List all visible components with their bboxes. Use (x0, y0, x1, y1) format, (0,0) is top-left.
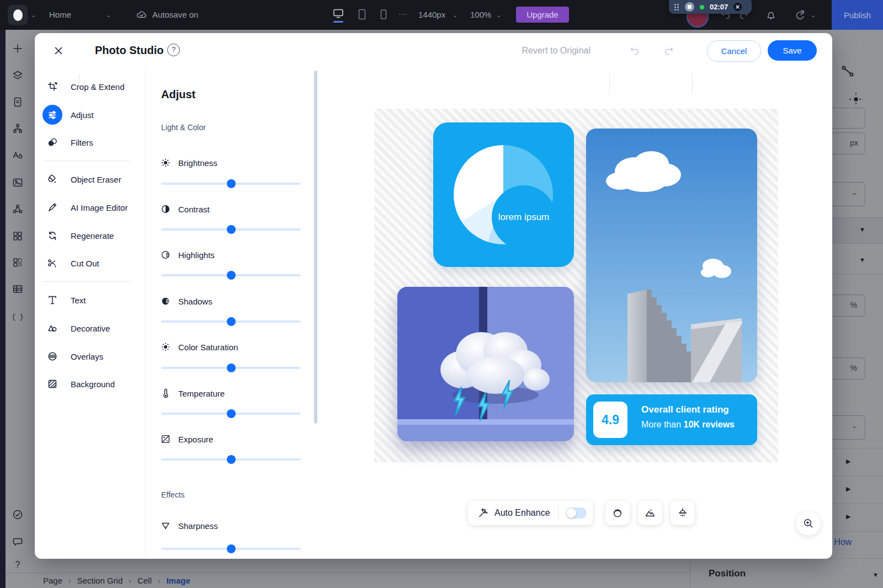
contrast-slider-knob[interactable] (227, 225, 236, 234)
rating-title: Overall client rating (641, 404, 729, 415)
scenery-button[interactable] (638, 501, 662, 525)
close-modal-icon[interactable] (53, 45, 64, 56)
divider (43, 161, 130, 161)
more-options-icon[interactable]: ··· (398, 0, 408, 28)
page-selector-chevron-icon: ⌄ (106, 0, 111, 30)
tablet-view-icon[interactable] (358, 8, 366, 20)
collage-donut-card: lorem ipsum (433, 122, 574, 267)
publish-button[interactable]: Publish (832, 0, 883, 30)
exposure-slider-knob[interactable] (227, 455, 236, 464)
menu-item-background[interactable]: Background (42, 373, 145, 394)
color-saturation-slider[interactable] (161, 367, 301, 369)
donut-center-label: lorem ipsum (492, 185, 556, 249)
panel-scrollbar[interactable] (314, 71, 317, 424)
revert-to-original-button[interactable]: Revert to Original (510, 46, 591, 56)
temperature-slider-knob[interactable] (227, 409, 236, 418)
menu-item-filters[interactable]: Filters (42, 132, 145, 153)
panel-heading: Adjust (161, 88, 195, 101)
undo-icon[interactable] (629, 45, 641, 57)
desktop-view-icon[interactable] (332, 8, 344, 23)
slider-head-temperature: Temperature (160, 388, 225, 399)
auto-enhance-control[interactable]: Auto Enhance (468, 501, 593, 525)
lighting-button[interactable] (671, 501, 695, 525)
menu-item-text[interactable]: Text (42, 290, 145, 311)
app-logo[interactable] (8, 5, 28, 25)
menu-item-regenerate[interactable]: Regenerate (42, 225, 145, 246)
rating-subtitle: More than 10K reviews (641, 420, 735, 430)
menu-item-label: AI Image Editor (71, 203, 127, 212)
lamp-icon (677, 507, 689, 519)
slider-label: Shadows (178, 297, 212, 306)
menu-item-object-eraser[interactable]: Object Eraser (42, 169, 145, 190)
adjust-icon (42, 105, 62, 125)
shadows-slider-knob[interactable] (227, 317, 236, 326)
contrast-icon (160, 204, 171, 215)
divider (145, 67, 146, 559)
brightness-slider[interactable] (161, 183, 301, 185)
canvas-width-value[interactable]: 1440px (418, 0, 445, 30)
menu-item-decorative[interactable]: Decorative (42, 318, 145, 339)
page-selector[interactable]: Home (49, 0, 71, 30)
auto-enhance-label: Auto Enhance (494, 508, 550, 518)
auto-enhance-toggle[interactable] (566, 507, 587, 518)
menu-item-label: Decorative (71, 324, 110, 333)
face-retouch-button[interactable] (605, 501, 630, 525)
autosave-status[interactable]: Autosave on (152, 0, 198, 30)
help-circle-icon[interactable]: ? (167, 44, 180, 56)
temperature-slider[interactable] (161, 413, 301, 415)
highlights-slider-knob[interactable] (227, 271, 236, 280)
drag-handle-icon[interactable] (674, 3, 679, 11)
menu-item-crop-extend[interactable]: Crop & Extend (42, 76, 145, 97)
save-button[interactable]: Save (768, 40, 817, 61)
sharpness-slider-knob[interactable] (227, 544, 236, 553)
contrast-slider[interactable] (161, 228, 301, 231)
redo-icon[interactable] (663, 45, 675, 57)
highlights-icon (160, 249, 171, 260)
slider-label: Highlights (178, 250, 215, 260)
brightness-slider-knob[interactable] (227, 179, 236, 188)
rating-score: 4.9 (593, 402, 627, 438)
slider-head-exposure: Exposure (160, 434, 213, 445)
slider-label: Contrast (178, 205, 210, 214)
zoom-level-value[interactable]: 100% (470, 0, 491, 30)
menu-item-label: Crop & Extend (71, 82, 125, 92)
collage-sky-stairs-image (586, 129, 757, 382)
divider (692, 74, 693, 94)
slider-head-contrast: Contrast (160, 204, 210, 215)
shadows-slider[interactable] (161, 320, 301, 323)
text-icon (42, 290, 62, 310)
menu-item-label: Text (71, 296, 86, 305)
section-label-light-color: Light & Color (161, 123, 206, 132)
menu-item-label: Background (71, 379, 115, 389)
notifications-bell-icon[interactable] (765, 9, 777, 21)
logo-chevron-icon[interactable]: ⌄ (31, 0, 36, 30)
slider-head-highlights: Highlights (160, 249, 215, 260)
slider-label: Brightness (178, 158, 217, 168)
editing-canvas[interactable]: lorem ipsum (374, 109, 778, 462)
menu-item-label: Filters (71, 138, 93, 147)
stop-recording-button[interactable] (685, 2, 694, 12)
menu-item-label: Regenerate (71, 231, 114, 240)
close-recorder-icon[interactable] (733, 3, 742, 11)
sharpness-icon (160, 520, 171, 531)
menu-item-adjust[interactable]: Adjust (42, 104, 145, 125)
divider (609, 74, 610, 94)
preview-icon[interactable] (794, 9, 807, 22)
decorative-icon (42, 318, 62, 338)
color-saturation-slider-knob[interactable] (227, 364, 236, 372)
active-view-underline (333, 21, 343, 23)
cancel-button[interactable]: Cancel (707, 40, 761, 62)
upgrade-button[interactable]: Upgrade (516, 7, 569, 23)
recording-widget[interactable]: 02:07 (669, 0, 752, 14)
zoom-in-button[interactable] (796, 511, 821, 536)
highlights-slider[interactable] (161, 274, 301, 276)
exposure-slider[interactable] (161, 458, 301, 461)
menu-item-cut-out[interactable]: Cut Out (42, 253, 145, 274)
menu-item-ai-image-editor[interactable]: AI Image Editor (42, 197, 145, 218)
temperature-icon (160, 388, 171, 399)
sharpness-slider[interactable] (161, 548, 301, 550)
menu-item-overlays[interactable]: Overlays (42, 346, 145, 367)
mobile-view-icon[interactable] (380, 9, 387, 20)
face-icon (611, 507, 624, 519)
zoom-level-chevron-icon: ⌄ (496, 0, 501, 30)
